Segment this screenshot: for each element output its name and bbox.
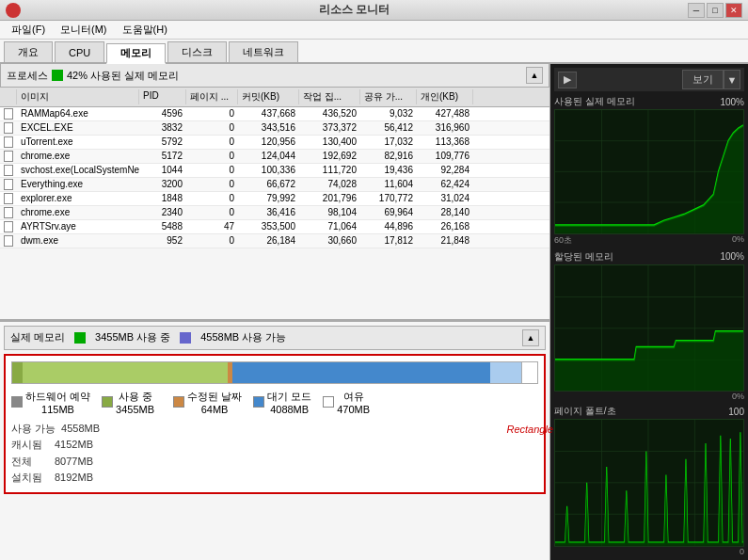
svg-marker-20 (555, 433, 743, 546)
table-row[interactable]: dwm.exe 952 0 26,184 30,660 17,812 21,84… (0, 234, 549, 248)
menu-help[interactable]: 도움말(H) (115, 21, 175, 39)
legend-free-value: 470MB (337, 404, 370, 415)
graph-page-faults-section: 페이지 폴트/초 100 0 (554, 405, 744, 556)
row-private: 316,960 (417, 121, 473, 135)
bar-free (521, 362, 537, 383)
row-page: 0 (186, 234, 238, 248)
row-page: 0 (186, 164, 238, 177)
blue-indicator-mem (180, 332, 191, 344)
title-bar: 리소스 모니터 ─ □ ✕ (0, 0, 748, 21)
memory-available: 4558MB 사용 가능 (200, 330, 286, 344)
table-row[interactable]: explorer.exe 1848 0 79,992 201,796 170,7… (0, 192, 549, 206)
view-button[interactable]: 보기 (682, 70, 724, 89)
memory-usage-text: 42% 사용된 실제 메모리 (67, 69, 179, 83)
row-checkbox[interactable] (0, 234, 17, 248)
col-workset[interactable]: 작업 집... (299, 89, 360, 104)
row-shared: 170,772 (360, 192, 417, 205)
graph2-max: 100% (720, 251, 744, 262)
view-dropdown-button[interactable]: ▼ (724, 70, 740, 89)
stat-available-value: 4558MB (61, 421, 100, 438)
row-checkbox[interactable] (0, 206, 17, 219)
col-pid[interactable]: PID (139, 89, 186, 104)
row-shared: 44,896 (360, 220, 417, 233)
row-checkbox[interactable] (0, 136, 17, 149)
row-workset: 192,692 (299, 150, 360, 163)
row-pid: 5488 (139, 220, 186, 233)
row-shared: 69,964 (360, 206, 417, 219)
col-private[interactable]: 개인(KB) (417, 89, 473, 104)
row-shared: 9,032 (360, 107, 417, 120)
title-bar-title: 리소스 모니터 (21, 2, 688, 18)
graph1-max: 100% (720, 97, 744, 107)
table-row[interactable]: chrome.exe 5172 0 124,044 192,692 82,916… (0, 150, 549, 164)
row-shared: 82,916 (360, 150, 417, 163)
close-button[interactable]: ✕ (725, 3, 742, 18)
svg-marker-6 (555, 125, 743, 232)
menu-monitor[interactable]: 모니터(M) (53, 21, 115, 39)
tab-network[interactable]: 네트워크 (229, 41, 298, 62)
tab-memory[interactable]: 메모리 (106, 43, 166, 64)
expand-button[interactable]: ▶ (558, 72, 577, 88)
graph2-label: 할당된 메모리 (554, 250, 613, 264)
right-panel-header: ▶ 보기 ▼ (554, 68, 744, 91)
minimize-button[interactable]: ─ (688, 3, 705, 18)
tab-cpu[interactable]: CPU (55, 41, 104, 62)
row-name: Everything.exe (17, 178, 139, 191)
table-row[interactable]: EXCEL.EXE 3832 0 343,516 373,372 56,412 … (0, 121, 549, 136)
table-header: 이미지 PID 페이지 ... 커밋(KB) 작업 집... 공유 가... 개… (0, 88, 549, 107)
legend-color-free (323, 396, 334, 408)
row-checkbox[interactable] (0, 107, 17, 120)
row-checkbox[interactable] (0, 164, 17, 177)
legend-color-in-use (102, 396, 113, 408)
table-row[interactable]: AYRTSrv.aye 5488 47 353,500 71,064 44,89… (0, 220, 549, 234)
row-name: explorer.exe (17, 192, 139, 205)
col-shared[interactable]: 공유 가... (360, 89, 417, 104)
legend-modified: 수정된 날짜 64MB (173, 390, 242, 415)
table-row[interactable]: RAMMap64.exe 4596 0 437,668 436,520 9,03… (0, 107, 549, 121)
legend-modified-label: 수정된 날짜 (187, 390, 242, 404)
memory-section-header: 실제 메모리 3455MB 사용 중 4558MB 사용 가능 ▲ (4, 326, 546, 350)
graph1-label: 사용된 실제 메모리 (554, 95, 635, 108)
legend-hardware-label: 하드웨어 예약 (25, 390, 90, 404)
col-image[interactable]: 이미지 (17, 89, 139, 104)
memory-collapse-button[interactable]: ▲ (522, 329, 539, 346)
bar-hardware (12, 362, 23, 383)
row-private: 31,024 (417, 192, 473, 205)
graph3-max: 100 (728, 407, 744, 417)
row-name: uTorrent.exe (17, 136, 139, 149)
tab-overview[interactable]: 개요 (4, 41, 53, 62)
row-private: 427,488 (417, 107, 473, 120)
row-checkbox[interactable] (0, 178, 17, 191)
row-commit: 120,956 (238, 136, 299, 149)
table-row[interactable]: svchost.exe(LocalSystemNetw... 1044 0 10… (0, 164, 549, 178)
row-name: RAMMap64.exe (17, 107, 139, 120)
table-row[interactable]: chrome.exe 2340 0 36,416 98,104 69,964 2… (0, 206, 549, 220)
bar-in-use (23, 362, 228, 383)
row-checkbox[interactable] (0, 121, 17, 135)
table-row[interactable]: Everything.exe 3200 0 66,672 74,028 11,6… (0, 178, 549, 192)
row-checkbox[interactable] (0, 150, 17, 163)
row-workset: 71,064 (299, 220, 360, 233)
row-shared: 19,436 (360, 164, 417, 177)
process-collapse-button[interactable]: ▲ (526, 67, 543, 84)
row-checkbox[interactable] (0, 220, 17, 233)
row-checkbox[interactable] (0, 192, 17, 205)
row-pid: 4596 (139, 107, 186, 120)
menu-bar: 파일(F) 모니터(M) 도움말(H) (0, 21, 748, 40)
menu-file[interactable]: 파일(F) (4, 21, 53, 39)
maximize-button[interactable]: □ (707, 3, 724, 18)
stat-total-label: 전체 (11, 454, 49, 471)
row-shared: 56,412 (360, 121, 417, 135)
memory-legend: 하드웨어 예약 115MB 사용 중 3455MB (11, 390, 538, 415)
col-commit[interactable]: 커밋(KB) (238, 89, 299, 104)
graph3-min: 0 (740, 547, 744, 556)
row-commit: 66,672 (238, 178, 299, 191)
title-bar-buttons: ─ □ ✕ (688, 3, 742, 18)
tab-disk[interactable]: 디스크 (167, 41, 227, 62)
table-row[interactable]: uTorrent.exe 5792 0 120,956 130,400 17,0… (0, 136, 549, 150)
row-pid: 952 (139, 234, 186, 248)
bar-light-blue (490, 362, 521, 383)
col-page[interactable]: 페이지 ... (186, 89, 238, 104)
row-pid: 2340 (139, 206, 186, 219)
row-page: 0 (186, 107, 238, 120)
